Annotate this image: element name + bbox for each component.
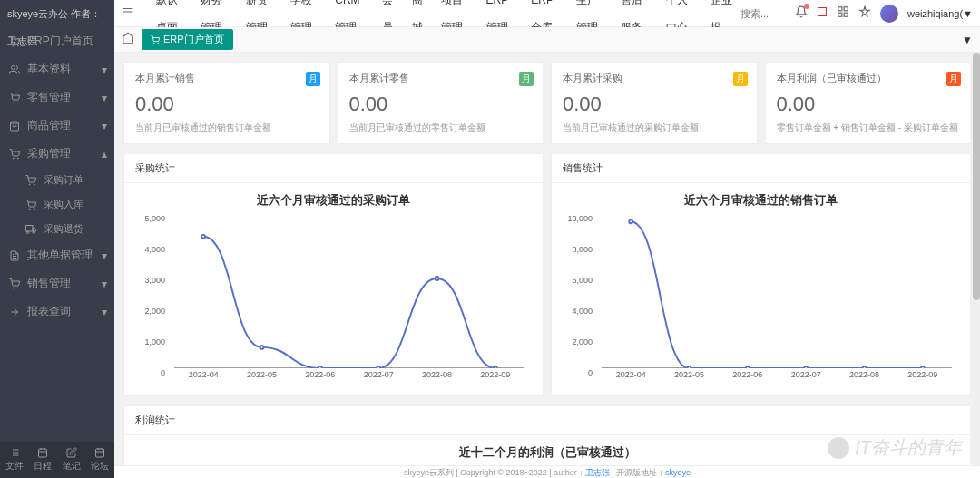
sidebar-item-label: 销售管理 bbox=[27, 276, 71, 291]
sidebar-item[interactable]: 报表查询▾ bbox=[0, 298, 114, 326]
footer-item[interactable]: 文件 bbox=[0, 442, 29, 478]
sidebar-item[interactable]: 基本资料▾ bbox=[0, 55, 114, 83]
list-icon bbox=[0, 447, 29, 458]
chevron-down-icon: ▾ bbox=[102, 63, 107, 76]
cart-icon bbox=[9, 278, 22, 289]
y-tick: 2,000 bbox=[572, 337, 593, 346]
avatar[interactable] bbox=[880, 5, 898, 23]
stat-title: 本月利润（已审核通过） bbox=[777, 72, 960, 85]
author-link[interactable]: 卫志强 bbox=[585, 468, 610, 477]
sidebar-subitem[interactable]: 采购订单 bbox=[11, 168, 114, 192]
stat-title: 本月累计零售 bbox=[349, 72, 533, 85]
svg-point-6 bbox=[29, 184, 30, 185]
svg-rect-27 bbox=[818, 8, 826, 16]
stat-badge: 月 bbox=[733, 72, 748, 86]
stat-card: 本月累计采购0.00当前月已审核通过的采购订单金额月 bbox=[551, 62, 758, 144]
svg-point-36 bbox=[260, 346, 264, 349]
stat-desc: 当前月已审核通过的采购订单金额 bbox=[563, 122, 746, 134]
svg-point-8 bbox=[29, 209, 30, 210]
x-tick: 2022-07 bbox=[364, 370, 394, 386]
stat-desc: 当前月已审核通过的零售订单金额 bbox=[349, 122, 533, 134]
sidebar-subitem[interactable]: 采购退货 bbox=[11, 217, 114, 241]
svg-point-2 bbox=[13, 102, 14, 102]
username[interactable]: weizhiqiang(▼ bbox=[907, 8, 973, 19]
stat-badge: 月 bbox=[306, 72, 320, 86]
x-tick: 2022-06 bbox=[732, 370, 762, 386]
search-input[interactable] bbox=[740, 8, 795, 19]
sidebar-item[interactable]: 其他单据管理▾ bbox=[0, 241, 114, 269]
scrollbar[interactable] bbox=[973, 53, 980, 465]
truck-icon bbox=[25, 224, 38, 235]
x-tick: 2022-09 bbox=[480, 370, 510, 386]
svg-rect-23 bbox=[96, 449, 104, 457]
footer: skyeye云系列 | Copyright © 2018~2022 | auth… bbox=[114, 465, 980, 478]
svg-point-1 bbox=[18, 45, 19, 46]
menu-toggle-icon[interactable] bbox=[122, 5, 140, 21]
y-tick: 10,000 bbox=[567, 214, 593, 223]
stat-value: 0.00 bbox=[135, 93, 318, 116]
sidebar: skyeye云办公 作者：卫志强 ERP门户首页基本资料▾零售管理▾商品管理▾采… bbox=[0, 0, 114, 478]
tab-dropdown-icon[interactable]: ▼ bbox=[962, 34, 973, 46]
y-tick: 4,000 bbox=[572, 307, 593, 316]
x-tick: 2022-08 bbox=[849, 370, 879, 386]
footer-item[interactable]: 日程 bbox=[29, 442, 58, 478]
home-icon[interactable] bbox=[122, 32, 134, 47]
edit-icon bbox=[57, 447, 86, 458]
chevron-down-icon: ▾ bbox=[102, 92, 107, 104]
x-tick: 2022-05 bbox=[247, 370, 277, 386]
repo-link[interactable]: skyeye bbox=[665, 468, 691, 477]
chevron-down-icon: ▾ bbox=[102, 120, 107, 132]
svg-point-33 bbox=[158, 43, 159, 44]
cart-icon bbox=[25, 200, 38, 210]
chevron-up-icon: ▴ bbox=[102, 148, 107, 161]
cart-icon bbox=[9, 149, 22, 160]
stat-desc: 当前月已审核通过的销售订单金额 bbox=[135, 122, 318, 134]
svg-point-38 bbox=[377, 366, 380, 368]
footer-item[interactable]: 笔记 bbox=[57, 442, 86, 478]
sidebar-item-label: 零售管理 bbox=[27, 90, 71, 105]
sales-chart-panel: 销售统计 近六个月审核通过的销售订单 02,0004,0006,0008,000… bbox=[551, 153, 971, 396]
y-tick: 8,000 bbox=[572, 245, 593, 254]
stat-title: 本月累计采购 bbox=[563, 72, 746, 85]
chart-title: 近六个月审核通过的销售订单 bbox=[561, 192, 961, 209]
y-tick: 6,000 bbox=[572, 276, 593, 285]
sidebar-subitem[interactable]: 采购入库 bbox=[11, 192, 114, 217]
stat-card: 本月累计销售0.00当前月已审核通过的销售订单金额月 bbox=[123, 62, 330, 144]
stat-title: 本月累计销售 bbox=[135, 72, 318, 85]
chart-title: 近六个月审核通过的采购订单 bbox=[133, 192, 534, 209]
svg-point-0 bbox=[13, 45, 14, 46]
expand-icon[interactable] bbox=[817, 6, 828, 20]
sidebar-item-label: 采购订单 bbox=[44, 173, 83, 187]
footer-item[interactable]: 论坛 bbox=[86, 442, 115, 478]
sidebar-item[interactable]: ERP门户首页 bbox=[0, 27, 114, 55]
sidebar-item[interactable]: 商品管理▾ bbox=[0, 112, 114, 140]
grid-icon[interactable] bbox=[837, 5, 849, 21]
svg-point-37 bbox=[318, 366, 322, 368]
plugin-icon[interactable] bbox=[858, 5, 871, 21]
purchase-chart-panel: 采购统计 近六个月审核通过的采购订单 01,0002,0003,0004,000… bbox=[123, 153, 544, 396]
sidebar-item[interactable]: 零售管理▾ bbox=[0, 83, 114, 112]
stat-badge: 月 bbox=[946, 72, 961, 86]
sidebar-item-label: 采购管理 bbox=[27, 146, 71, 161]
y-tick: 3,000 bbox=[144, 276, 165, 285]
scrollbar-thumb[interactable] bbox=[973, 53, 980, 300]
tab-erp-portal[interactable]: ERP门户首页 bbox=[142, 29, 233, 50]
chevron-down-icon: ▾ bbox=[102, 249, 107, 262]
x-tick: 2022-09 bbox=[907, 370, 937, 386]
sidebar-item[interactable]: 采购管理▴ bbox=[0, 140, 114, 168]
x-tick: 2022-06 bbox=[305, 370, 335, 386]
svg-point-40 bbox=[494, 366, 497, 368]
stat-badge: 月 bbox=[519, 72, 534, 86]
notification-icon[interactable] bbox=[795, 5, 808, 21]
sidebar-item[interactable]: 销售管理▾ bbox=[0, 269, 114, 298]
svg-point-3 bbox=[18, 102, 19, 102]
users-icon bbox=[9, 64, 22, 75]
chevron-down-icon: ▾ bbox=[102, 278, 107, 290]
chart-header: 销售统计 bbox=[552, 154, 970, 183]
y-tick: 0 bbox=[588, 368, 593, 377]
svg-rect-10 bbox=[26, 225, 34, 231]
stat-desc: 零售订单金额 + 销售订单金额 - 采购订单金额 bbox=[777, 122, 960, 134]
topbar: 默认桌面财务管理薪资管理学校管理CRM管理会员商城项目管理ERP管理ERP仓库生… bbox=[114, 0, 980, 27]
cart-icon bbox=[9, 36, 22, 47]
stat-value: 0.00 bbox=[349, 93, 533, 116]
